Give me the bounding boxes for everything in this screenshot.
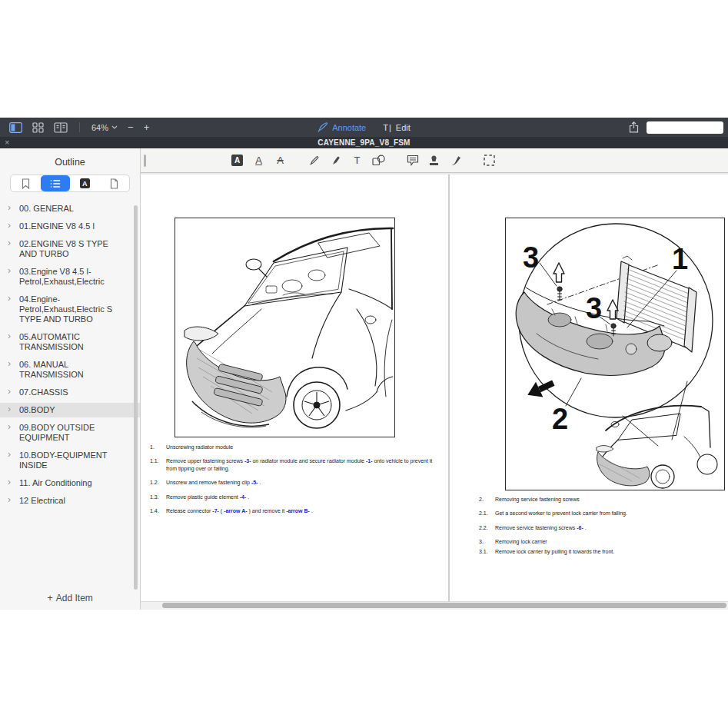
figure-frame-left [175, 218, 395, 437]
marker-tool-button[interactable] [329, 154, 342, 167]
annotations-a-icon: A [80, 178, 90, 188]
annotate-mode-button[interactable]: Annotate [317, 122, 366, 132]
stamp-tool-button[interactable] [427, 154, 440, 167]
page-icon [110, 178, 118, 189]
tab-annotations[interactable]: A [70, 175, 100, 191]
step-row: 2.2.Remove service fastening screws -6- … [479, 524, 719, 531]
chevron-right-icon[interactable]: › [8, 495, 11, 505]
selection-tool-button[interactable] [483, 154, 496, 167]
chevron-right-icon[interactable]: › [8, 203, 11, 213]
outline-item[interactable]: ›10.BODY-EQUIPMENT INSIDE [0, 448, 140, 473]
search-field[interactable] [647, 121, 723, 134]
outline-item[interactable]: ›05.AUTOMATIC TRANSMISSION [0, 330, 140, 354]
outline-item[interactable]: ›11. Air Conditioning [0, 476, 140, 490]
horizontal-scrollbar-thumb[interactable] [162, 603, 726, 608]
underline-tool-button[interactable]: A [252, 154, 265, 167]
highlight-icon: A [231, 155, 243, 166]
part-reference-link[interactable]: -7- [212, 508, 219, 514]
chevron-right-icon[interactable]: › [8, 404, 11, 414]
tab-pages[interactable] [100, 175, 130, 191]
outline-item-label: 04.Engine-Petrol,Exhaust,Electric S TYPE… [19, 294, 112, 324]
step-number: 2.2. [479, 524, 493, 531]
chevron-right-icon[interactable]: › [8, 477, 11, 487]
step-text: Unscrew and remove fastening clip -5- . [166, 479, 439, 486]
toolbar-drag-handle[interactable] [144, 155, 146, 167]
sidebar: Outline [0, 148, 141, 610]
add-icon: + [47, 592, 53, 603]
step-number: 3. [479, 538, 493, 545]
shapes-tool-button[interactable] [372, 154, 385, 167]
part-reference-link[interactable]: -arrow A- [224, 508, 247, 514]
chevron-right-icon[interactable]: › [8, 387, 11, 397]
outline-item-label: 09.BODY OUTSIDE EQUIPMENT [19, 423, 95, 442]
signature-tool-button[interactable] [449, 154, 462, 167]
sidebar-scrollbar[interactable] [134, 205, 138, 590]
add-item-button[interactable]: +Add Item [0, 587, 140, 610]
outline-item[interactable]: ›12 Electrical [0, 494, 140, 508]
outline-item-label: 00. GENERAL [19, 204, 74, 213]
pencil-tool-button[interactable] [307, 154, 321, 167]
chevron-right-icon[interactable]: › [8, 422, 11, 432]
part-reference-link[interactable]: -6- [577, 525, 583, 530]
strikethrough-tool-button[interactable]: A [274, 154, 287, 167]
chevron-right-icon[interactable]: › [8, 294, 11, 304]
thumbnail-grid-icon [32, 122, 44, 133]
outline-item[interactable]: ›07.CHASSIS [0, 385, 140, 400]
outline-item[interactable]: ›09.BODY OUTSIDE EQUIPMENT [0, 421, 140, 445]
outline-item[interactable]: ›00. GENERAL [0, 201, 140, 216]
document-title: CAYENNE_9PA_V8_FSM [317, 138, 410, 147]
edit-mode-button[interactable]: T| Edit [383, 123, 411, 132]
step-text: Removing service fastening screws [495, 496, 719, 503]
horizontal-scrollbar[interactable] [141, 601, 728, 610]
outline-list: ›00. GENERAL›01.ENGINE V8 4.5 l›02.ENGIN… [0, 195, 140, 587]
step-row: 2.1.Get a second worker to prevent lock … [479, 510, 719, 517]
sidebar-toggle-button[interactable] [9, 122, 22, 133]
outline-item[interactable]: ›06. MANUAL TRANSMISSION [0, 357, 140, 382]
tab-outline[interactable] [41, 175, 71, 191]
thumbnails-view-button[interactable] [32, 122, 44, 133]
chevron-right-icon[interactable]: › [8, 221, 11, 231]
document-titlebar: × CAYENNE_9PA_V8_FSM [0, 137, 728, 148]
tab-bookmarks[interactable] [11, 175, 41, 191]
outline-item[interactable]: ›04.Engine-Petrol,Exhaust,Electric S TYP… [0, 292, 140, 327]
close-icon[interactable]: × [5, 138, 9, 148]
text-tool-icon: T [354, 155, 361, 166]
marker-icon [330, 155, 342, 167]
step-text: Removing lock carrier [495, 538, 719, 545]
outline-item[interactable]: ›03.Engine V8 4.5 l-Petrol,Exhaust,Elect… [0, 264, 140, 289]
zoom-out-button[interactable]: − [128, 122, 134, 132]
chevron-right-icon[interactable]: › [8, 450, 11, 460]
outline-item[interactable]: ›01.ENGINE V8 4.5 l [0, 219, 140, 234]
chevron-right-icon[interactable]: › [8, 266, 11, 276]
figure-frame-right: 3 1 3 2 [505, 218, 725, 490]
figure-label: 2 [552, 403, 568, 435]
zoom-level-value: 64% [91, 123, 108, 132]
edit-text-icon: T| [383, 123, 392, 132]
outline-item-label: 03.Engine V8 4.5 l-Petrol,Exhaust,Electr… [19, 267, 105, 286]
zoom-level-dropdown[interactable]: 64% [91, 123, 118, 132]
lock-carrier-exploded-illustration: 3 1 3 2 [506, 218, 724, 490]
step-row: 1.3.Remove plastic guide element -4- . [150, 494, 439, 500]
part-reference-link[interactable]: -4- [240, 494, 247, 500]
text-tool-button[interactable]: T [351, 154, 364, 167]
outline-item-label: 10.BODY-EQUIPMENT INSIDE [19, 450, 107, 470]
step-text: Release connector -7- ( -arrow A- ) and … [166, 507, 439, 514]
part-reference-link[interactable]: -arrow B- [286, 508, 310, 514]
search-input[interactable] [613, 123, 720, 132]
part-reference-link[interactable]: -3- [244, 458, 251, 464]
chevron-right-icon[interactable]: › [8, 331, 11, 341]
highlight-tool-button[interactable]: A [231, 154, 244, 167]
figure-label: 3 [586, 292, 602, 324]
zoom-in-button[interactable]: + [144, 122, 150, 132]
step-row: 1.2.Unscrew and remove fastening clip -5… [150, 479, 439, 486]
outline-item-label: 05.AUTOMATIC TRANSMISSION [19, 332, 84, 351]
outline-item[interactable]: ›02.ENGINE V8 S TYPE AND TURBO [0, 237, 140, 261]
chevron-right-icon[interactable]: › [8, 359, 11, 369]
outline-item[interactable]: ›08.BODY [0, 403, 140, 417]
outline-item-label: 11. Air Conditioning [19, 478, 92, 487]
comment-tool-button[interactable] [406, 154, 419, 167]
main-toolbar: 64% − + Annotate T| Edit [0, 118, 728, 137]
facing-pages-view-button[interactable] [54, 122, 68, 133]
sidebar-title: Outline [0, 148, 140, 168]
chevron-right-icon[interactable]: › [8, 238, 11, 248]
